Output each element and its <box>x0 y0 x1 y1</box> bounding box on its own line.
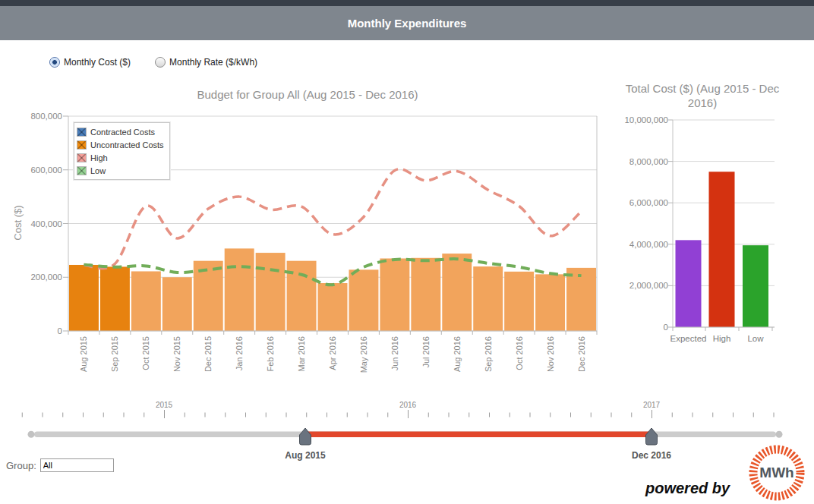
radio-monthly-cost[interactable]: Monthly Cost ($) <box>49 57 131 68</box>
page-title: Monthly Expenditures <box>348 17 467 30</box>
legend-label: Contracted Costs <box>90 128 155 137</box>
x-tick-label: May 2016 <box>359 336 368 373</box>
x-tick-label: High <box>713 334 731 343</box>
legend-label: High <box>90 153 108 162</box>
x-tick-label: Expected <box>670 334 707 343</box>
group-input[interactable] <box>40 458 114 472</box>
x-tick-label: Apr 2016 <box>328 336 337 370</box>
total-bar-low <box>743 245 768 327</box>
legend-swatch-icon <box>77 128 87 137</box>
radio-monthly-rate[interactable]: Monthly Rate ($/kWh) <box>155 57 257 68</box>
budget-bar-jan-2016 <box>225 248 254 331</box>
x-tick-label: Mar 2016 <box>297 336 306 371</box>
legend-swatch-icon <box>77 140 87 150</box>
budget-bar-nov-2016 <box>535 274 565 331</box>
budget-bar-dec-2015 <box>194 261 223 331</box>
budget-chart-legend: Contracted CostsUncontracted CostsHighLo… <box>74 122 170 180</box>
legend-label: Uncontracted Costs <box>90 140 164 150</box>
radio-monthly-rate-label: Monthly Rate ($/kWh) <box>169 57 257 68</box>
slider-track-right-cap[interactable] <box>776 431 783 438</box>
x-tick-label: Nov 2015 <box>172 336 181 372</box>
budget-bar-sep-2016 <box>473 266 503 331</box>
x-tick-label: Dec 2016 <box>577 336 586 372</box>
y-tick-label: 800,000 <box>30 112 62 121</box>
x-tick-label: Aug 2015 <box>79 336 88 372</box>
cost-rate-toggle: Monthly Cost ($) Monthly Rate ($/kWh) <box>49 57 257 68</box>
x-tick-label: Sep 2016 <box>484 336 493 372</box>
radio-button-selected-icon[interactable] <box>49 57 60 68</box>
legend-item: Uncontracted Costs <box>77 138 164 151</box>
slider-track-left-cap[interactable] <box>28 431 35 438</box>
x-tick-label: Feb 2016 <box>266 336 275 371</box>
group-filter: Group: <box>6 458 114 472</box>
range-start-label: Aug 2015 <box>285 450 326 461</box>
budget-bar-dec-2016 <box>566 268 596 331</box>
x-tick-label: Aug 2016 <box>453 336 462 372</box>
x-tick-label: Jul 2016 <box>421 336 431 368</box>
slider-selected-range[interactable] <box>305 432 652 438</box>
timeline-year-label: 2016 <box>399 401 417 409</box>
powered-by-text: powered by <box>645 480 730 497</box>
total-bar-expected <box>676 240 702 327</box>
legend-swatch-icon <box>77 166 87 175</box>
budget-bar-feb-2016 <box>256 253 286 331</box>
timeline-year-label: 2015 <box>156 401 173 409</box>
budget-chart-title: Budget for Group All (Aug 2015 - Dec 201… <box>46 88 569 101</box>
x-tick-label: Jan 2016 <box>235 336 244 370</box>
budget-bar-jun-2016 <box>380 258 409 331</box>
y-tick-label: 0 <box>58 326 62 335</box>
legend-label: Low <box>90 166 106 175</box>
timeline-year-label: 2017 <box>643 401 661 409</box>
group-label: Group: <box>6 460 36 471</box>
range-end-label: Dec 2016 <box>632 450 671 461</box>
legend-item: Contracted Costs <box>77 125 164 138</box>
mwh-logo-text: MWh <box>747 443 806 502</box>
budget-bar-may-2016 <box>349 269 378 331</box>
budget-bar-apr-2016 <box>318 283 348 331</box>
top-accent-bar <box>0 0 814 6</box>
slider-handle-start[interactable] <box>300 428 311 445</box>
app-header: Monthly Expenditures <box>0 6 814 40</box>
x-tick-label: Oct 2015 <box>141 336 150 370</box>
total-bar-high <box>709 172 735 327</box>
budget-bar-aug-2015 <box>69 265 99 331</box>
total-cost-chart: 02,000,0004,000,0006,000,0008,000,00010,… <box>607 72 814 361</box>
budget-bar-sep-2015 <box>100 266 130 331</box>
x-tick-label: Dec 2015 <box>204 336 213 372</box>
legend-swatch-icon <box>77 153 87 162</box>
x-tick-label: Sep 2015 <box>110 336 119 372</box>
y-tick-label: 6,000,000 <box>629 198 668 207</box>
budget-bar-nov-2015 <box>162 277 192 331</box>
radio-monthly-cost-label: Monthly Cost ($) <box>64 57 131 68</box>
budget-bar-jul-2016 <box>411 258 440 331</box>
y-tick-label: 2,000,000 <box>629 281 668 290</box>
legend-item: High <box>77 151 164 164</box>
date-range-slider[interactable]: 201520162017Aug 2015Dec 2016 <box>0 395 814 471</box>
x-tick-label: Jun 2016 <box>390 336 399 370</box>
budget-bar-oct-2016 <box>504 272 534 331</box>
y-tick-label: 600,000 <box>30 165 62 175</box>
y-tick-label: 8,000,000 <box>629 157 668 166</box>
high-dashed-line <box>84 169 581 269</box>
y-tick-label: 400,000 <box>30 219 62 228</box>
legend-item: Low <box>77 164 164 177</box>
budget-bar-aug-2016 <box>442 254 472 331</box>
y-tick-label: 0 <box>664 323 668 332</box>
y-tick-label: 10,000,000 <box>624 115 668 124</box>
y-tick-label: 200,000 <box>30 272 62 282</box>
y-tick-label: 4,000,000 <box>629 240 668 249</box>
x-tick-label: Oct 2016 <box>515 336 524 370</box>
slider-handle-end[interactable] <box>646 428 658 445</box>
x-tick-label: Nov 2016 <box>546 336 555 372</box>
budget-bar-oct-2015 <box>131 271 161 331</box>
x-tick-label: Low <box>747 334 764 343</box>
radio-button-icon[interactable] <box>155 57 166 68</box>
